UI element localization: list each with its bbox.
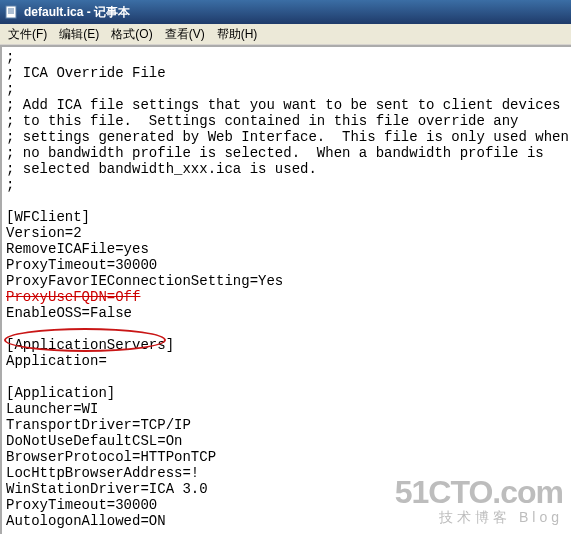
menu-help[interactable]: 帮助(H) <box>211 24 264 45</box>
notepad-icon <box>4 4 20 20</box>
menu-edit[interactable]: 编辑(E) <box>53 24 105 45</box>
menubar: 文件(F) 编辑(E) 格式(O) 查看(V) 帮助(H) <box>0 24 571 45</box>
window-title: default.ica - 记事本 <box>24 4 130 21</box>
editor-area[interactable]: ; ; ICA Override File ; ; Add ICA file s… <box>0 45 571 534</box>
editor-text[interactable]: ; ; ICA Override File ; ; Add ICA file s… <box>2 47 571 531</box>
notepad-window: default.ica - 记事本 文件(F) 编辑(E) 格式(O) 查看(V… <box>0 0 571 534</box>
menu-format[interactable]: 格式(O) <box>105 24 158 45</box>
svg-rect-0 <box>6 6 16 18</box>
menu-file[interactable]: 文件(F) <box>2 24 53 45</box>
menu-view[interactable]: 查看(V) <box>159 24 211 45</box>
titlebar[interactable]: default.ica - 记事本 <box>0 0 571 24</box>
